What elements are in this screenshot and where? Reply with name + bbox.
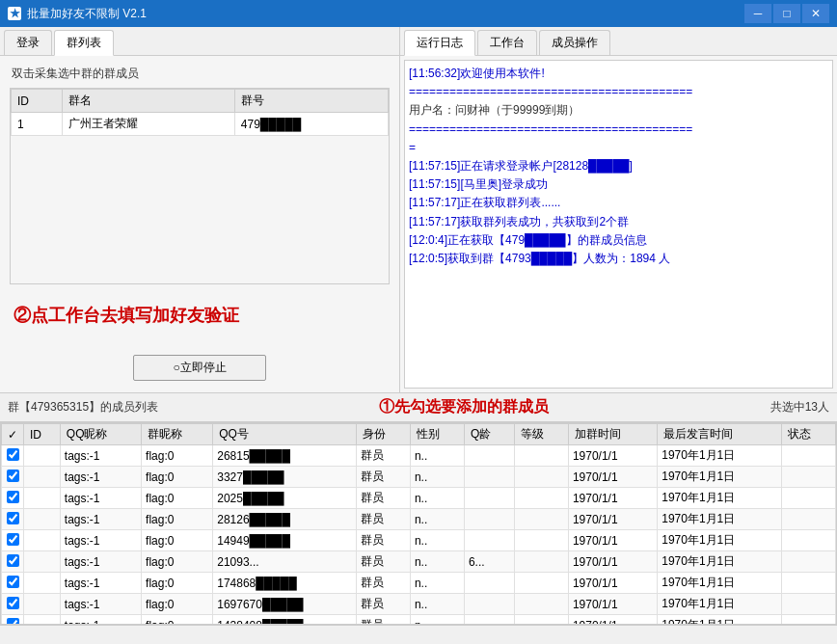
row-qlevel [464,445,514,467]
row-qq: 21093... [213,551,357,573]
row-join-time: 1970/1/1 [568,615,657,626]
row-group-nick: flag:0 [142,467,213,488]
log-line-10: [12:0:5]获取到群【4793█████】人数为：1894 人 [409,250,828,268]
row-role: 群员 [356,551,410,573]
tab-member-ops[interactable]: 成员操作 [539,30,610,55]
col-role: 身份 [356,424,410,445]
col-id: ID [12,90,63,113]
col-status: 状态 [781,424,835,445]
row-qlevel [464,573,514,594]
stop-btn-area: ○立即停止 [4,347,395,389]
log-line-8: [11:57:17]获取群列表成功，共获取到2个群 [409,213,828,231]
bottom-section: 群【479365315】的成员列表 ①先勾选要添加的群成员 共选中13人 ✓ I… [0,393,837,625]
row-qq: 28126█████ [213,509,357,530]
row-qlevel [464,488,514,509]
group-name: 广州王者荣耀 [62,113,234,136]
close-button[interactable]: ✕ [802,4,829,23]
status-bar [0,625,837,644]
tab-group-list[interactable]: 群列表 [54,30,114,56]
row-qq-nick: tags:-1 [60,530,141,551]
row-checkbox[interactable] [2,615,24,626]
row-id [24,445,61,467]
row-id [24,594,61,615]
tab-run-log[interactable]: 运行日志 [404,30,475,56]
app-icon: ★ [8,7,21,20]
row-qq: 26815█████ [213,445,357,467]
row-gender: n.. [410,615,464,626]
member-row: tags:-1 flag:0 1438408█████ 群员 n.. 1970/… [2,615,836,626]
row-qq: 2025█████ [213,488,357,509]
row-join-time: 1970/1/1 [568,445,657,467]
group-row[interactable]: 1 广州王者荣耀 479█████ [12,113,389,136]
row-join-time: 1970/1/1 [568,573,657,594]
col-qq-nick: QQ昵称 [60,424,141,445]
row-role: 群员 [356,488,410,509]
col-member-id: ID [24,424,61,445]
col-name: 群名 [62,90,234,113]
row-checkbox[interactable] [2,445,24,467]
log-line-3: ========================================… [409,121,828,139]
row-status [781,488,835,509]
row-level [514,594,568,615]
row-group-nick: flag:0 [142,530,213,551]
row-group-nick: flag:0 [142,594,213,615]
stop-button[interactable]: ○立即停止 [133,355,265,381]
left-tab-bar: 登录 群列表 [0,27,399,56]
row-join-time: 1970/1/1 [568,594,657,615]
bottom-annotation: ①先勾选要添加的群成员 [168,397,761,417]
row-qq-nick: tags:-1 [60,551,141,573]
member-row: tags:-1 flag:0 26815█████ 群员 n.. 1970/1/… [2,445,836,467]
row-qq: 14949█████ [213,530,357,551]
app-title: 批量加好友不限制 V2.1 [27,6,147,22]
col-join-time: 加群时间 [568,424,657,445]
row-last-speak: 1970年1月1日 [658,467,782,488]
tab-workspace[interactable]: 工作台 [477,30,537,55]
row-checkbox[interactable] [2,467,24,488]
bottom-group-label: 群【479365315】的成员列表 [8,399,158,416]
row-qlevel [464,530,514,551]
row-id [24,509,61,530]
row-qq: 3327█████ [213,467,357,488]
row-checkbox[interactable] [2,594,24,615]
group-number: 479█████ [234,113,388,136]
title-bar-left: ★ 批量加好友不限制 V2.1 [8,6,147,22]
row-qq-nick: tags:-1 [60,573,141,594]
row-status [781,467,835,488]
row-role: 群员 [356,615,410,626]
row-checkbox[interactable] [2,509,24,530]
row-last-speak: 1970年1月1日 [658,551,782,573]
row-qq: 1697670█████ [213,594,357,615]
annotation-left: ②点工作台去填写加好友验证 [4,284,395,347]
row-checkbox[interactable] [2,530,24,551]
row-checkbox[interactable] [2,573,24,594]
main-container: 登录 群列表 双击采集选中群的群成员 ID 群名 群号 [0,27,837,644]
row-qlevel: 6... [464,551,514,573]
row-id [24,615,61,626]
col-level: 等级 [514,424,568,445]
member-table-wrapper[interactable]: ✓ ID QQ昵称 群昵称 QQ号 身份 性别 Q龄 等级 加群时间 最后发言时… [0,422,837,625]
member-table: ✓ ID QQ昵称 群昵称 QQ号 身份 性别 Q龄 等级 加群时间 最后发言时… [1,423,836,625]
row-last-speak: 1970年1月1日 [658,573,782,594]
row-checkbox[interactable] [2,551,24,573]
row-join-time: 1970/1/1 [568,530,657,551]
minimize-button[interactable]: ─ [744,4,771,23]
row-status [781,615,835,626]
row-status [781,509,835,530]
title-bar: ★ 批量加好友不限制 V2.1 ─ □ ✕ [0,0,837,27]
row-qq-nick: tags:-1 [60,445,141,467]
log-line-2: 用户名：问财神（于99999到期） [409,101,828,120]
member-row: tags:-1 flag:0 3327█████ 群员 n.. 1970/1/1… [2,467,836,488]
row-status [781,445,835,467]
row-checkbox[interactable] [2,488,24,509]
log-line-7: [11:57:17]正在获取群列表...... [409,194,828,212]
row-id [24,488,61,509]
row-level [514,530,568,551]
member-row: tags:-1 flag:0 1697670█████ 群员 n.. 1970/… [2,594,836,615]
row-level [514,488,568,509]
row-qlevel [464,467,514,488]
tab-login[interactable]: 登录 [4,30,52,55]
maximize-button[interactable]: □ [773,4,800,23]
row-qlevel [464,509,514,530]
row-gender: n.. [410,445,464,467]
row-group-nick: flag:0 [142,509,213,530]
